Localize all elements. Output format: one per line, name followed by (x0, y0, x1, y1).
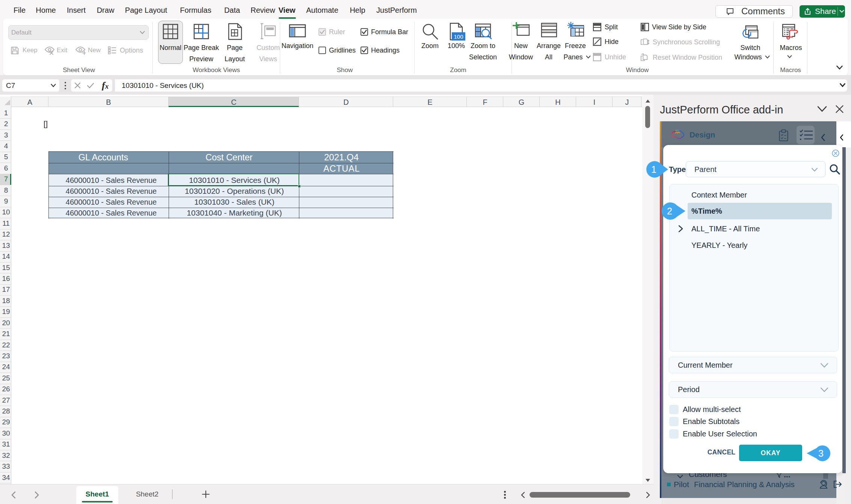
svg-text:1: 1 (651, 164, 656, 175)
svg-text:3: 3 (818, 448, 824, 459)
svg-text:2: 2 (667, 206, 672, 216)
